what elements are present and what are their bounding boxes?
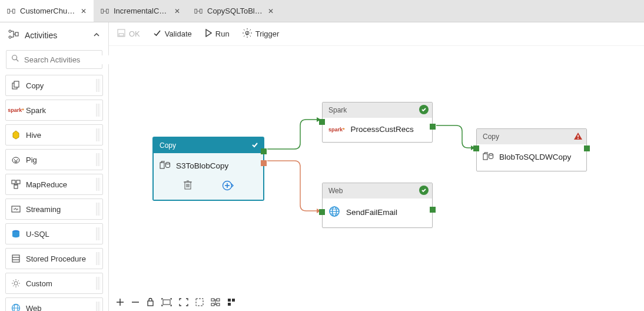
output-success-port[interactable] [261,148,267,154]
trigger-button[interactable]: Trigger [243,28,280,39]
tab-customer-churn[interactable]: CustomerChur… ✕ [0,0,94,22]
input-port[interactable] [473,145,479,151]
svg-rect-109 [196,299,203,306]
activity-pig[interactable]: Pig [5,149,103,170]
activity-label: Web [26,304,42,312]
svg-point-64 [12,305,20,312]
svg-line-59 [13,286,14,287]
zoom-100-button[interactable] [161,298,172,306]
output-success-port[interactable] [430,207,436,213]
svg-line-58 [18,286,19,287]
svg-rect-76 [160,163,164,168]
pipeline-icon [7,7,15,15]
mapreduce-icon [11,179,21,190]
tab-strip: CustomerChur… ✕ IncrementalCo… ✕ CopySQL… [0,0,644,22]
input-port[interactable] [319,209,325,215]
tab-label: CopySQLToBlo… [207,6,263,15]
svg-line-60 [18,280,19,282]
node-s3-to-blob-copy[interactable]: Copy S3ToBlobCopy [153,137,264,200]
output-failure-port[interactable] [261,160,267,166]
canvas-tools [116,297,235,306]
svg-rect-3 [101,9,104,13]
run-button[interactable]: Run [205,29,230,39]
svg-rect-6 [195,9,197,13]
node-send-fail-email[interactable]: Web SendFailEmail [322,183,433,228]
close-icon[interactable]: ✕ [81,7,87,15]
svg-rect-113 [217,303,220,306]
activity-usql[interactable]: U-SQL [5,223,103,244]
lock-button[interactable] [147,297,154,306]
fullscreen-button[interactable] [195,298,204,306]
align-button[interactable] [227,298,235,306]
svg-rect-117 [228,299,231,302]
spark-icon: spark* [11,105,21,115]
tab-copy-sql-to-blob[interactable]: CopySQLToBlo… ✕ [187,0,281,22]
run-label: Run [215,29,230,38]
gear-icon [11,278,21,289]
node-name: BlobToSQLDWCopy [499,153,571,161]
activity-stored-procedure[interactable]: Stored Procedure [5,248,103,269]
status-ok-icon [419,105,429,114]
svg-rect-32 [12,180,15,184]
activity-spark[interactable]: spark* Spark [5,100,103,121]
grip-icon [94,125,102,144]
svg-rect-33 [16,180,20,184]
close-icon[interactable]: ✕ [268,7,274,15]
svg-rect-1 [13,9,15,13]
delete-button[interactable] [183,180,192,194]
svg-line-57 [13,280,14,282]
search-activities[interactable] [6,50,102,69]
close-icon[interactable]: ✕ [174,7,180,15]
usql-icon [11,229,21,239]
activity-label: Spark [26,106,46,115]
validate-label: Validate [165,29,192,38]
svg-rect-110 [211,299,214,301]
add-output-button[interactable] [222,180,234,194]
validate-button[interactable]: Validate [153,29,192,39]
input-port[interactable] [319,119,325,125]
activity-copy[interactable]: Copy [5,75,103,96]
activity-label: Streaming [26,205,61,214]
svg-rect-15 [14,81,19,87]
activity-custom[interactable]: Custom [5,273,103,294]
activity-list: Copy spark* Spark Hive Pig [0,75,108,311]
node-type-label: Copy [160,141,176,150]
activities-header[interactable]: Activities [0,22,108,48]
activity-web[interactable]: Web [5,297,103,311]
svg-point-28 [15,161,17,163]
grip-icon [94,175,102,194]
node-blob-to-sqldw-copy[interactable]: Copy BlobToSQLDWCopy [476,128,587,171]
svg-rect-111 [217,299,220,301]
activities-sidebar: Activities Copy spark* Spark [0,22,109,311]
svg-point-77 [166,163,170,164]
spark-icon: spark* [328,127,345,133]
grip-icon [94,299,102,311]
activity-label: U-SQL [26,230,49,239]
activity-streaming[interactable]: Streaming [5,198,103,220]
pipeline-canvas[interactable]: Copy S3ToBlobCopy [109,46,644,311]
auto-layout-button[interactable] [211,298,220,306]
grip-icon [94,101,102,120]
node-type-label: Spark [328,106,347,114]
output-success-port[interactable] [584,145,590,151]
grip-icon [94,150,102,169]
svg-rect-11 [15,32,18,36]
flow-icon [8,29,19,41]
search-input[interactable] [24,55,123,64]
node-process-cust-recs[interactable]: Spark spark* ProcessCustRecs [322,102,433,143]
output-success-port[interactable] [430,124,436,130]
grip-icon [94,249,102,268]
tab-incremental-copy[interactable]: IncrementalCo… ✕ [94,0,187,22]
svg-rect-99 [148,301,153,306]
grip-icon [94,76,102,95]
zoom-fit-button[interactable] [179,298,188,306]
ok-button[interactable]: OK [117,29,140,39]
zoom-out-button[interactable] [131,298,140,306]
zoom-in-button[interactable] [116,298,124,306]
activity-label: Copy [26,81,44,90]
svg-point-26 [14,159,15,160]
activity-hive[interactable]: Hive [5,124,103,145]
activity-mapreduce[interactable]: MapReduce [5,174,103,195]
node-name: ProcessCustRecs [351,125,414,134]
pig-icon [11,154,21,165]
